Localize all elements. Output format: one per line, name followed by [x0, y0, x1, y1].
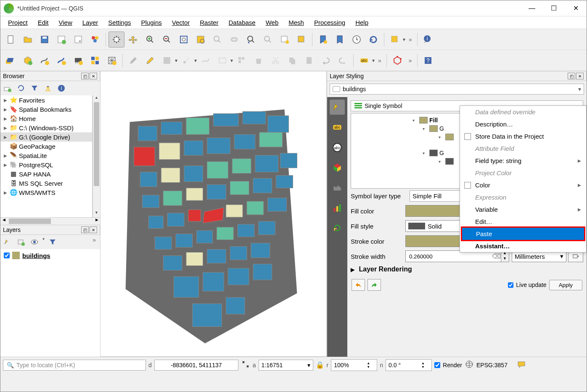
- live-update-checkbox[interactable]: [508, 282, 513, 288]
- tab-symbology[interactable]: [330, 100, 345, 115]
- visibility-button[interactable]: [29, 237, 40, 247]
- zoom-selection-button[interactable]: [193, 32, 209, 47]
- clear-icon[interactable]: ⌫: [492, 253, 501, 260]
- save-project-button[interactable]: [37, 32, 53, 47]
- toolbar-overflow-1[interactable]: »: [406, 36, 415, 43]
- add-layer-button[interactable]: [2, 83, 13, 94]
- context-menu-item[interactable]: Assistant…: [460, 240, 586, 252]
- extent-toggle-icon[interactable]: [241, 360, 250, 370]
- layers-list[interactable]: buildings: [0, 249, 100, 357]
- zoom-out-button[interactable]: [159, 32, 175, 47]
- refresh-browser-button[interactable]: [16, 83, 26, 94]
- layer-row[interactable]: buildings: [0, 249, 100, 262]
- select-feature-button[interactable]: [387, 32, 403, 47]
- zoom-layer-button[interactable]: [209, 32, 225, 47]
- context-menu-item[interactable]: Color▶: [460, 179, 586, 191]
- vertex-tool-button[interactable]: [198, 53, 214, 68]
- context-menu-item[interactable]: Field type: string▶: [460, 155, 586, 167]
- hexagon-button[interactable]: [389, 53, 405, 68]
- minimize-button[interactable]: —: [521, 0, 543, 16]
- magnifier-field[interactable]: 100% ▲▼: [331, 359, 377, 371]
- expand-icon[interactable]: ▶: [4, 163, 8, 167]
- layer-visibility-checkbox[interactable]: [4, 253, 10, 258]
- undo-style-button[interactable]: [352, 279, 365, 291]
- new-map-view-button[interactable]: [277, 32, 293, 47]
- context-menu-item[interactable]: Description…: [460, 118, 586, 130]
- dock-button[interactable]: ◰: [81, 73, 89, 79]
- collapse-icon[interactable]: ▾: [423, 151, 428, 155]
- style-manager-button[interactable]: [87, 32, 103, 47]
- context-menu-item[interactable]: Edit…: [460, 216, 586, 228]
- dropdown-icon[interactable]: ▾: [372, 58, 375, 63]
- coordinate-field[interactable]: -8836601, 5411137: [154, 360, 238, 371]
- map-canvas[interactable]: [100, 71, 327, 357]
- menu-edit[interactable]: Edit: [34, 17, 53, 28]
- context-menu-item[interactable]: Store Data in the Project: [460, 130, 586, 142]
- layout-manager-button[interactable]: [70, 32, 86, 47]
- browser-item[interactable]: ▶📁G:\ (Google Drive): [0, 132, 92, 142]
- layer-rendering-section[interactable]: ▶ Layer Rendering: [351, 266, 583, 273]
- epsg-label[interactable]: EPSG:3857: [476, 362, 508, 368]
- new-memory-button[interactable]: [70, 53, 86, 68]
- expand-icon[interactable]: ▶: [351, 267, 354, 273]
- paste-button[interactable]: [301, 53, 317, 68]
- menu-database[interactable]: Database: [224, 17, 259, 28]
- filter-browser-button[interactable]: [29, 83, 40, 94]
- toolbar-overflow-3[interactable]: »: [406, 57, 415, 64]
- rotation-field[interactable]: 0.0 ° ▲▼: [386, 359, 432, 371]
- close-panel-button[interactable]: ✕: [90, 73, 97, 79]
- open-project-button[interactable]: [20, 32, 36, 47]
- new-3d-view-button[interactable]: [294, 32, 309, 47]
- redo-style-button[interactable]: [368, 279, 381, 291]
- collapse-icon[interactable]: ▾: [423, 126, 428, 131]
- dropdown-icon[interactable]: ▾: [230, 58, 233, 63]
- zoom-in-button[interactable]: [142, 32, 158, 47]
- menu-project[interactable]: Project: [4, 17, 32, 28]
- save-edits-button[interactable]: [159, 53, 175, 68]
- collapse-all-button[interactable]: [42, 83, 53, 94]
- tab-history[interactable]: [330, 221, 345, 236]
- expand-icon[interactable]: ▶: [4, 126, 8, 130]
- expand-icon[interactable]: ▶: [4, 190, 8, 195]
- browser-item[interactable]: ▶⭐Favorites: [0, 95, 92, 105]
- browser-item[interactable]: ▶🏠Home: [0, 114, 92, 123]
- new-geopackage-button[interactable]: [20, 53, 36, 68]
- menu-view[interactable]: View: [55, 17, 77, 28]
- properties-button[interactable]: i: [56, 83, 67, 94]
- menu-settings[interactable]: Settings: [104, 17, 135, 28]
- apply-button[interactable]: Apply: [549, 280, 582, 290]
- modify-attributes-button[interactable]: [214, 53, 230, 68]
- dropdown-icon[interactable]: ▾: [403, 37, 405, 42]
- expand-icon[interactable]: ▶: [4, 98, 8, 103]
- layers-overflow[interactable]: »: [90, 237, 98, 247]
- menu-web[interactable]: Web: [262, 17, 283, 28]
- browser-hscroll[interactable]: ◀ ▶: [0, 217, 100, 225]
- dropdown-icon[interactable]: ▾: [194, 58, 197, 63]
- menu-plugins[interactable]: Plugins: [137, 17, 166, 28]
- close-panel-button[interactable]: ✕: [576, 73, 584, 79]
- context-menu-item[interactable]: Paste: [461, 226, 585, 241]
- temporal-controller-button[interactable]: [349, 32, 365, 47]
- dropdown-icon[interactable]: ▾: [175, 58, 177, 63]
- multi-edit-button[interactable]: [234, 53, 250, 68]
- delete-selected-button[interactable]: [251, 53, 267, 68]
- collapse-icon[interactable]: ▾: [439, 135, 444, 139]
- close-button[interactable]: ✕: [565, 0, 587, 16]
- browser-item[interactable]: ▶📁C:\ (Windows-SSD): [0, 123, 92, 132]
- browser-scrollbar[interactable]: ▲ ▼: [93, 95, 100, 217]
- new-spatialite-button[interactable]: [53, 53, 69, 68]
- pan-selection-button[interactable]: [125, 32, 141, 47]
- zoom-native-button[interactable]: 1:1: [226, 32, 242, 47]
- browser-item[interactable]: ▶🌐WMS/WMTS: [0, 188, 92, 197]
- tab-fields[interactable]: [330, 200, 345, 216]
- expand-icon[interactable]: ▶: [4, 107, 8, 112]
- menu-layer[interactable]: Layer: [78, 17, 103, 28]
- spatial-bookmark-button[interactable]: [315, 32, 331, 47]
- dropdown-icon[interactable]: ▾: [42, 237, 45, 247]
- copy-button[interactable]: [284, 53, 300, 68]
- menu-help[interactable]: Help: [351, 17, 373, 28]
- locator-search-input[interactable]: 🔍 Type to locate (Ctrl+K): [3, 360, 146, 371]
- undo-button[interactable]: [318, 53, 334, 68]
- dock-button[interactable]: ◰: [568, 73, 575, 79]
- refresh-button[interactable]: [365, 32, 381, 47]
